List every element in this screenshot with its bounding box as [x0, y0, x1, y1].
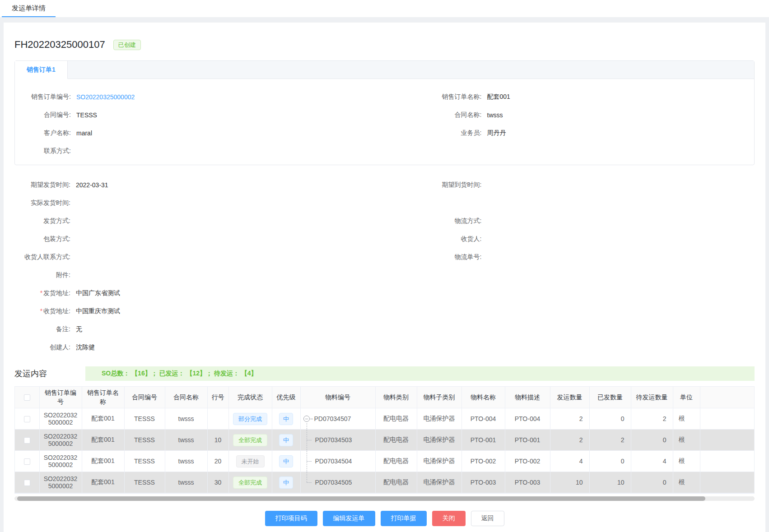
field-label: 客户名称: [15, 129, 71, 137]
field-label: 备注: [14, 325, 70, 333]
sales-order-body: 销售订单编号: SO20220325000002 销售订单名称: 配套001 合… [15, 79, 754, 165]
cell-so-no: SO20220325000002 [39, 408, 82, 430]
cell-material-cat: 配电电器 [375, 472, 417, 493]
tree-connector [307, 423, 307, 429]
cell-pending-qty: 4 [631, 451, 673, 472]
field-row: 期望发货时间: 2022-03-31 期望到货时间: [14, 176, 755, 194]
field-value: 配套001 [487, 93, 510, 101]
col-pending-qty: 待发运数量 [631, 387, 673, 408]
field-row: 发货方式: 物流方式: [14, 212, 755, 230]
cell-contract-name: twsss [165, 472, 207, 493]
collapse-icon[interactable] [303, 416, 310, 422]
col-ship-qty: 发运数量 [550, 387, 589, 408]
col-so-name: 销售订单名称 [82, 387, 124, 408]
cell-line-no: 30 [207, 472, 228, 493]
print-project-code-button[interactable]: 打印项目码 [265, 511, 317, 526]
cell-shipped-qty: 2 [589, 430, 631, 451]
select-all-checkbox[interactable] [24, 394, 30, 401]
field-label: 联系方式: [15, 147, 71, 155]
cell-material-desc: PTO-004 [505, 408, 550, 430]
field-value: 2022-03-31 [76, 181, 108, 189]
field-label: 销售订单名称: [385, 93, 482, 101]
field-label: *收货地址: [14, 307, 70, 315]
cell-contract-name: twsss [165, 430, 207, 451]
field-value: twsss [487, 111, 503, 119]
cell-pending-qty: 0 [631, 472, 673, 493]
shipping-content-header: 发运内容 SO总数： 【16】； 已发运： 【12】； 待发运： 【4】 [14, 366, 755, 381]
field-row: 附件: [14, 266, 755, 284]
tab-sales-order-1[interactable]: 销售订单1 [15, 61, 68, 79]
col-filler [700, 387, 754, 408]
field-value: TESSS [76, 111, 97, 119]
scrollbar-thumb[interactable] [17, 496, 705, 501]
cell-so-name: 配套001 [82, 430, 124, 451]
cell-so-no: SO20220325000002 [39, 451, 82, 472]
cell-material-name: PTO-004 [461, 408, 505, 430]
row-checkbox[interactable] [24, 480, 30, 486]
cell-pending-qty: 0 [631, 430, 673, 451]
back-button[interactable]: 返回 [471, 511, 504, 526]
col-contract-no: 合同编号 [124, 387, 165, 408]
completion-status-badge: 全部完成 [233, 434, 267, 446]
cell-shipped-qty: 0 [589, 408, 631, 430]
cell-contract-no: TESSS [124, 451, 165, 472]
so-summary-bar: SO总数： 【16】； 已发运： 【12】； 待发运： 【4】 [85, 366, 755, 381]
field-label: 合同编号: [15, 111, 71, 119]
cell-ship-qty: 4 [550, 451, 589, 472]
cell-filler [700, 408, 754, 430]
field-label: 期望到货时间: [385, 181, 482, 189]
field-label: 合同名称: [385, 111, 482, 119]
cell-contract-name: twsss [165, 451, 207, 472]
close-button[interactable]: 关闭 [432, 511, 466, 526]
col-material-cat: 物料类别 [375, 387, 417, 408]
cell-filler [700, 472, 754, 493]
cell-material-name: PTO-003 [461, 472, 505, 493]
sales-order-no-link[interactable]: SO20220325000002 [76, 93, 135, 101]
cell-line-no: 20 [207, 451, 228, 472]
field-label: 销售订单编号: [15, 93, 71, 101]
row-checkbox[interactable] [24, 458, 30, 465]
cell-so-name: 配套001 [82, 472, 124, 493]
field-value: 无 [76, 325, 82, 333]
sales-order-card: 销售订单1 销售订单编号: SO20220325000002 销售订单名称: 配… [14, 60, 755, 165]
print-document-button[interactable]: 打印单据 [381, 511, 427, 526]
field-value: maral [76, 130, 92, 137]
field-row: 联系方式: [15, 142, 754, 160]
tab-shipping-detail[interactable]: 发运单详情 [2, 0, 56, 17]
priority-badge: 中 [279, 455, 293, 467]
table-row: SO20220325000002 配套001 TESSS twsss 10 全部… [15, 430, 754, 451]
shipping-table: 销售订单编号 销售订单名称 合同编号 合同名称 行号 完成状态 优先级 物料编号… [14, 386, 755, 494]
field-label: 收货人联系方式: [14, 253, 70, 261]
field-label: 发货方式: [14, 217, 70, 225]
cell-so-no: SO20220325000002 [39, 472, 82, 493]
field-label: *发货地址: [14, 289, 70, 297]
field-row: 创建人: 沈陈健 [14, 338, 755, 356]
cell-filler [700, 430, 754, 451]
cell-contract-name: twsss [165, 408, 207, 430]
col-material-name: 物料名称 [461, 387, 505, 408]
cell-material-subcat: 电涌保护器 [417, 451, 461, 472]
field-row: 客户名称: maral 业务员: 周丹丹 [15, 124, 754, 142]
edit-shipping-order-button[interactable]: 编辑发运单 [323, 511, 375, 526]
field-value: 中国广东省测试 [76, 289, 120, 297]
col-contract-name: 合同名称 [165, 387, 207, 408]
cell-material-no: PD07034507 [314, 415, 351, 422]
title-row: FH20220325000107 已创建 [14, 23, 760, 51]
col-material-desc: 物料描述 [505, 387, 550, 408]
field-value: 周丹丹 [487, 129, 506, 137]
footer-actions: 打印项目码 编辑发运单 打印单据 关闭 返回 [9, 511, 760, 526]
cell-so-no: SO20220325000002 [39, 430, 82, 451]
header-checkbox-cell [15, 387, 39, 408]
cell-material-name: PTO-001 [461, 430, 505, 451]
cell-material-cat: 配电电器 [375, 408, 417, 430]
field-label: 物流方式: [385, 217, 482, 225]
completion-status-badge: 未开始 [236, 455, 265, 467]
priority-badge: 中 [279, 413, 293, 425]
cell-material-no: PD07034503 [315, 436, 352, 444]
row-checkbox[interactable] [24, 437, 30, 444]
field-row: *收货地址: 中国重庆市测试 [14, 302, 755, 320]
col-material-subcat: 物料子类别 [417, 387, 461, 408]
cell-material-no: PD07034504 [315, 458, 352, 465]
cell-contract-no: TESSS [124, 408, 165, 430]
row-checkbox[interactable] [24, 416, 30, 422]
